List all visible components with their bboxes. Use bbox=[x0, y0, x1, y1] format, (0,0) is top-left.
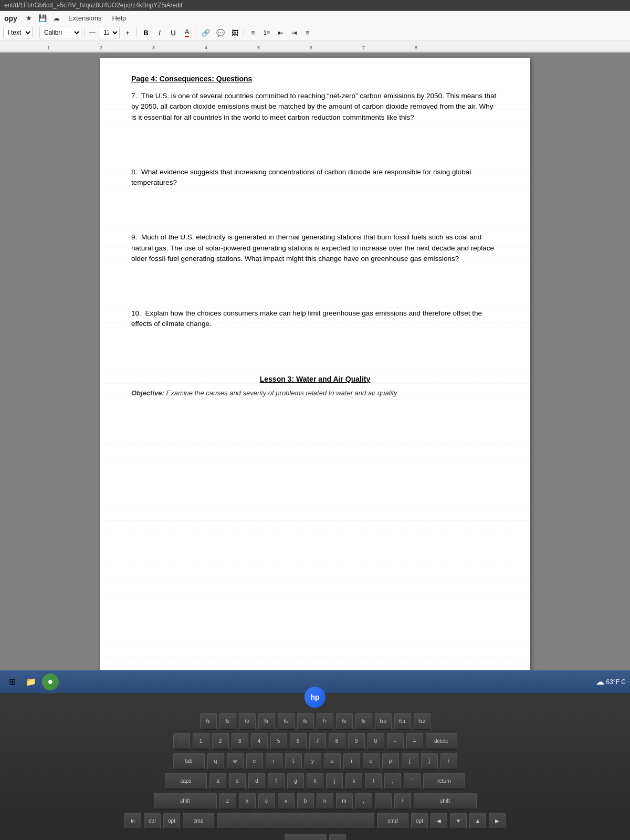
key-w[interactable]: w bbox=[227, 753, 244, 770]
doc-page[interactable]: Page 4: Consequences: Questions 7. The U… bbox=[100, 58, 530, 688]
url-bar[interactable]: ent/d/1FbhGb6cd_i-5c7IV_IVquz8U4UO2epq/z… bbox=[0, 0, 630, 11]
key-f12[interactable]: f12 bbox=[414, 713, 430, 730]
key-p[interactable]: p bbox=[382, 753, 399, 770]
key-u[interactable]: u bbox=[324, 753, 341, 770]
key-equals[interactable]: = bbox=[406, 733, 423, 750]
key-arrow-left[interactable]: ◀ bbox=[430, 813, 447, 830]
numbered-list-button[interactable]: 1≡ bbox=[261, 27, 272, 38]
key-1[interactable]: 1 bbox=[193, 733, 209, 750]
key-j[interactable]: j bbox=[326, 773, 343, 790]
key-quote[interactable]: ' bbox=[404, 773, 421, 790]
bold-button[interactable]: B bbox=[140, 27, 152, 38]
key-5[interactable]: 5 bbox=[270, 733, 287, 750]
key-shift-left[interactable]: shift bbox=[154, 793, 217, 810]
taskbar-folder-icon[interactable]: 📁 bbox=[23, 674, 39, 690]
key-s[interactable]: s bbox=[229, 773, 246, 790]
taskbar-chrome-icon[interactable]: ● bbox=[42, 674, 59, 690]
key-7[interactable]: 7 bbox=[309, 733, 326, 750]
key-bracket-right[interactable]: ] bbox=[421, 753, 438, 770]
key-f2[interactable]: f2 bbox=[219, 713, 236, 730]
key-f9[interactable]: f9 bbox=[355, 713, 372, 730]
key-v[interactable]: v bbox=[278, 793, 295, 810]
key-t[interactable]: t bbox=[285, 753, 302, 770]
key-e[interactable]: e bbox=[246, 753, 263, 770]
save-icon[interactable]: 💾 bbox=[38, 14, 47, 22]
key-f1[interactable]: f1 bbox=[200, 713, 217, 730]
key-f3[interactable]: f3 bbox=[239, 713, 256, 730]
key-8[interactable]: 8 bbox=[329, 733, 345, 750]
key-period[interactable]: . bbox=[375, 793, 392, 810]
key-f7[interactable]: f7 bbox=[317, 713, 333, 730]
style-select[interactable]: l text bbox=[3, 27, 33, 38]
key-y[interactable]: y bbox=[304, 753, 321, 770]
key-6[interactable]: 6 bbox=[290, 733, 307, 750]
key-backslash[interactable]: \ bbox=[440, 753, 457, 770]
key-cmd-left[interactable]: cmd bbox=[183, 813, 214, 830]
key-arrow-up[interactable]: ▲ bbox=[469, 813, 486, 830]
key-fn[interactable]: fn bbox=[124, 813, 141, 830]
align-left-button[interactable]: ≡ bbox=[302, 27, 313, 38]
key-bracket-left[interactable]: [ bbox=[402, 753, 418, 770]
menu-item-extensions[interactable]: Extensions bbox=[66, 13, 104, 23]
key-comma[interactable]: , bbox=[355, 793, 372, 810]
key-arrow-hint[interactable]: ▶ bbox=[329, 834, 346, 840]
link-button[interactable]: 🔗 bbox=[200, 27, 212, 38]
key-a[interactable]: a bbox=[209, 773, 226, 790]
key-o[interactable]: o bbox=[363, 753, 380, 770]
italic-button[interactable]: I bbox=[154, 27, 165, 38]
menu-item-help[interactable]: Help bbox=[110, 13, 128, 23]
key-f5[interactable]: f5 bbox=[278, 713, 295, 730]
key-r[interactable]: r bbox=[266, 753, 282, 770]
key-slash[interactable]: / bbox=[394, 793, 411, 810]
key-m[interactable]: m bbox=[336, 793, 353, 810]
key-f8[interactable]: f8 bbox=[336, 713, 353, 730]
increase-indent-button[interactable]: ⇥ bbox=[288, 27, 300, 38]
key-backtick[interactable]: ` bbox=[173, 733, 190, 750]
key-semicolon[interactable]: ; bbox=[384, 773, 401, 790]
taskbar-windows-icon[interactable]: ⊞ bbox=[4, 674, 20, 690]
key-space[interactable] bbox=[217, 813, 374, 830]
key-c[interactable]: c bbox=[258, 793, 275, 810]
image-button[interactable]: 🖼 bbox=[229, 27, 240, 38]
key-minus[interactable]: - bbox=[387, 733, 404, 750]
underline-button[interactable]: U bbox=[167, 27, 179, 38]
comment-button[interactable]: 💬 bbox=[214, 27, 227, 38]
font-size-select[interactable]: 12 bbox=[99, 27, 120, 38]
decrease-indent-button[interactable]: ⇤ bbox=[275, 27, 286, 38]
key-tab[interactable]: tab bbox=[173, 753, 205, 770]
key-return[interactable]: return bbox=[423, 773, 465, 790]
key-l[interactable]: l bbox=[365, 773, 382, 790]
key-f10[interactable]: f10 bbox=[375, 713, 392, 730]
key-3[interactable]: 3 bbox=[232, 733, 248, 750]
key-i[interactable]: i bbox=[343, 753, 360, 770]
key-cmd-right[interactable]: cmd bbox=[377, 813, 408, 830]
key-shift-right[interactable]: shift bbox=[414, 793, 477, 810]
key-d[interactable]: d bbox=[248, 773, 265, 790]
font-color-button[interactable]: A bbox=[181, 27, 193, 38]
key-opt[interactable]: opt bbox=[163, 813, 180, 830]
key-x[interactable]: x bbox=[239, 793, 256, 810]
key-opt-right[interactable]: opt bbox=[411, 813, 428, 830]
key-f11[interactable]: f11 bbox=[394, 713, 411, 730]
key-k[interactable]: k bbox=[345, 773, 362, 790]
list-button[interactable]: ≡ bbox=[247, 27, 259, 38]
key-h[interactable]: h bbox=[307, 773, 323, 790]
key-delete[interactable]: delete bbox=[426, 733, 457, 750]
key-caps[interactable]: caps bbox=[165, 773, 207, 790]
font-select[interactable]: Calibri bbox=[39, 27, 81, 38]
key-arrow-right[interactable]: ▶ bbox=[489, 813, 506, 830]
key-arrow-down[interactable]: ▼ bbox=[450, 813, 467, 830]
key-n[interactable]: n bbox=[317, 793, 333, 810]
key-f6[interactable]: f6 bbox=[297, 713, 314, 730]
cloud-icon[interactable]: ☁ bbox=[53, 14, 60, 22]
star-icon[interactable]: ★ bbox=[26, 14, 32, 22]
key-2[interactable]: 2 bbox=[212, 733, 229, 750]
font-size-increase-button[interactable]: + bbox=[122, 27, 133, 38]
key-9[interactable]: 9 bbox=[348, 733, 365, 750]
key-0[interactable]: 0 bbox=[368, 733, 384, 750]
key-ctrl[interactable]: ctrl bbox=[144, 813, 161, 830]
key-z[interactable]: z bbox=[219, 793, 236, 810]
key-b[interactable]: b bbox=[297, 793, 314, 810]
key-f[interactable]: f bbox=[268, 773, 285, 790]
key-insert[interactable]: insert bbox=[285, 834, 327, 840]
